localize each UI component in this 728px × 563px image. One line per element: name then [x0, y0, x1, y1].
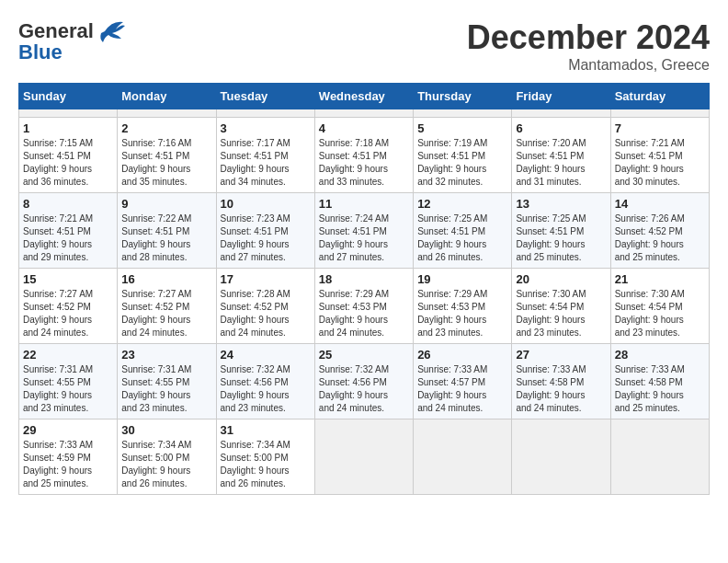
day-info: Sunrise: 7:29 AM Sunset: 4:53 PM Dayligh…	[417, 288, 507, 339]
day-info: Sunrise: 7:32 AM Sunset: 4:56 PM Dayligh…	[221, 363, 311, 415]
calendar-body: 1Sunrise: 7:15 AM Sunset: 4:51 PM Daylig…	[19, 109, 710, 495]
header-cell-monday: Monday	[118, 84, 216, 109]
day-number: 26	[417, 348, 507, 362]
day-number: 14	[615, 197, 705, 211]
day-info: Sunrise: 7:32 AM Sunset: 4:56 PM Dayligh…	[319, 363, 409, 415]
day-number: 31	[221, 423, 311, 437]
day-info: Sunrise: 7:23 AM Sunset: 4:51 PM Dayligh…	[221, 213, 311, 264]
calendar-cell	[118, 109, 216, 118]
day-number: 12	[417, 197, 507, 211]
day-info: Sunrise: 7:19 AM Sunset: 4:51 PM Dayligh…	[417, 137, 507, 189]
day-number: 13	[516, 197, 606, 211]
logo-bird-icon	[96, 18, 125, 44]
day-info: Sunrise: 7:34 AM Sunset: 5:00 PM Dayligh…	[221, 439, 311, 490]
calendar-cell: 10Sunrise: 7:23 AM Sunset: 4:51 PM Dayli…	[216, 193, 314, 269]
calendar-cell: 4Sunrise: 7:18 AM Sunset: 4:51 PM Daylig…	[314, 118, 413, 193]
calendar-title: December 2024	[467, 18, 710, 57]
day-number: 24	[221, 348, 311, 362]
calendar-cell: 19Sunrise: 7:29 AM Sunset: 4:53 PM Dayli…	[414, 269, 512, 344]
day-number: 28	[615, 348, 705, 362]
calendar-cell: 26Sunrise: 7:33 AM Sunset: 4:57 PM Dayli…	[414, 344, 512, 419]
day-info: Sunrise: 7:15 AM Sunset: 4:51 PM Dayligh…	[23, 137, 113, 189]
day-info: Sunrise: 7:17 AM Sunset: 4:51 PM Dayligh…	[221, 137, 311, 189]
calendar-cell: 31Sunrise: 7:34 AM Sunset: 5:00 PM Dayli…	[216, 419, 314, 495]
day-number: 19	[417, 272, 507, 286]
day-number: 23	[121, 348, 211, 362]
day-number: 21	[615, 272, 705, 286]
day-number: 3	[221, 121, 311, 135]
calendar-cell: 2Sunrise: 7:16 AM Sunset: 4:51 PM Daylig…	[118, 118, 216, 193]
day-info: Sunrise: 7:25 AM Sunset: 4:51 PM Dayligh…	[516, 213, 606, 264]
day-number: 10	[221, 197, 311, 211]
calendar-cell: 8Sunrise: 7:21 AM Sunset: 4:51 PM Daylig…	[19, 193, 118, 269]
day-info: Sunrise: 7:16 AM Sunset: 4:51 PM Dayligh…	[121, 137, 211, 189]
day-number: 2	[121, 121, 211, 135]
calendar-cell: 16Sunrise: 7:27 AM Sunset: 4:52 PM Dayli…	[118, 269, 216, 344]
calendar-cell	[414, 109, 512, 118]
day-info: Sunrise: 7:27 AM Sunset: 4:52 PM Dayligh…	[23, 288, 113, 339]
day-info: Sunrise: 7:31 AM Sunset: 4:55 PM Dayligh…	[121, 363, 211, 415]
calendar-cell	[610, 109, 709, 118]
day-info: Sunrise: 7:29 AM Sunset: 4:53 PM Dayligh…	[319, 288, 409, 339]
calendar-cell: 22Sunrise: 7:31 AM Sunset: 4:55 PM Dayli…	[19, 344, 118, 419]
header-cell-sunday: Sunday	[19, 84, 118, 109]
header-cell-wednesday: Wednesday	[314, 84, 413, 109]
calendar-week-row: 1Sunrise: 7:15 AM Sunset: 4:51 PM Daylig…	[19, 118, 710, 193]
day-info: Sunrise: 7:28 AM Sunset: 4:52 PM Dayligh…	[221, 288, 311, 339]
calendar-cell: 29Sunrise: 7:33 AM Sunset: 4:59 PM Dayli…	[19, 419, 118, 495]
day-number: 4	[319, 121, 409, 135]
header-cell-saturday: Saturday	[610, 84, 709, 109]
calendar-cell: 14Sunrise: 7:26 AM Sunset: 4:52 PM Dayli…	[610, 193, 709, 269]
calendar-cell	[512, 109, 610, 118]
day-info: Sunrise: 7:34 AM Sunset: 5:00 PM Dayligh…	[121, 439, 211, 490]
day-info: Sunrise: 7:18 AM Sunset: 4:51 PM Dayligh…	[319, 137, 409, 189]
calendar-week-row: 29Sunrise: 7:33 AM Sunset: 4:59 PM Dayli…	[19, 419, 710, 495]
day-info: Sunrise: 7:26 AM Sunset: 4:52 PM Dayligh…	[615, 213, 705, 264]
calendar-cell: 28Sunrise: 7:33 AM Sunset: 4:58 PM Dayli…	[610, 344, 709, 419]
header-cell-thursday: Thursday	[414, 84, 512, 109]
day-info: Sunrise: 7:27 AM Sunset: 4:52 PM Dayligh…	[121, 288, 211, 339]
calendar-cell: 24Sunrise: 7:32 AM Sunset: 4:56 PM Dayli…	[216, 344, 314, 419]
calendar-cell	[414, 419, 512, 495]
calendar-cell	[610, 419, 709, 495]
calendar-cell: 9Sunrise: 7:22 AM Sunset: 4:51 PM Daylig…	[118, 193, 216, 269]
calendar-table: SundayMondayTuesdayWednesdayThursdayFrid…	[18, 83, 710, 495]
day-info: Sunrise: 7:33 AM Sunset: 4:58 PM Dayligh…	[615, 363, 705, 415]
day-number: 20	[516, 272, 606, 286]
header-cell-tuesday: Tuesday	[216, 84, 314, 109]
calendar-cell: 18Sunrise: 7:29 AM Sunset: 4:53 PM Dayli…	[314, 269, 413, 344]
calendar-cell	[314, 109, 413, 118]
calendar-cell: 11Sunrise: 7:24 AM Sunset: 4:51 PM Dayli…	[314, 193, 413, 269]
day-info: Sunrise: 7:33 AM Sunset: 4:58 PM Dayligh…	[516, 363, 606, 415]
calendar-cell: 25Sunrise: 7:32 AM Sunset: 4:56 PM Dayli…	[314, 344, 413, 419]
calendar-cell: 1Sunrise: 7:15 AM Sunset: 4:51 PM Daylig…	[19, 118, 118, 193]
day-number: 17	[221, 272, 311, 286]
day-number: 5	[417, 121, 507, 135]
day-number: 9	[121, 197, 211, 211]
calendar-cell: 15Sunrise: 7:27 AM Sunset: 4:52 PM Dayli…	[19, 269, 118, 344]
day-info: Sunrise: 7:33 AM Sunset: 4:57 PM Dayligh…	[417, 363, 507, 415]
day-number: 25	[319, 348, 409, 362]
calendar-header-row: SundayMondayTuesdayWednesdayThursdayFrid…	[19, 84, 710, 109]
calendar-cell: 6Sunrise: 7:20 AM Sunset: 4:51 PM Daylig…	[512, 118, 610, 193]
day-number: 18	[319, 272, 409, 286]
calendar-cell: 20Sunrise: 7:30 AM Sunset: 4:54 PM Dayli…	[512, 269, 610, 344]
page-header: General Blue December 2024 Mantamados, G…	[18, 18, 710, 74]
calendar-cell	[512, 419, 610, 495]
day-number: 6	[516, 121, 606, 135]
day-info: Sunrise: 7:31 AM Sunset: 4:55 PM Dayligh…	[23, 363, 113, 415]
calendar-week-row: 8Sunrise: 7:21 AM Sunset: 4:51 PM Daylig…	[19, 193, 710, 269]
day-number: 30	[121, 423, 211, 437]
calendar-week-row: 22Sunrise: 7:31 AM Sunset: 4:55 PM Dayli…	[19, 344, 710, 419]
day-number: 1	[23, 121, 113, 135]
calendar-cell: 12Sunrise: 7:25 AM Sunset: 4:51 PM Dayli…	[414, 193, 512, 269]
title-block: December 2024 Mantamados, Greece	[467, 18, 710, 74]
calendar-cell	[19, 109, 118, 118]
calendar-cell: 21Sunrise: 7:30 AM Sunset: 4:54 PM Dayli…	[610, 269, 709, 344]
day-info: Sunrise: 7:24 AM Sunset: 4:51 PM Dayligh…	[319, 213, 409, 264]
day-number: 16	[121, 272, 211, 286]
day-number: 8	[23, 197, 113, 211]
calendar-week-row	[19, 109, 710, 118]
calendar-cell: 13Sunrise: 7:25 AM Sunset: 4:51 PM Dayli…	[512, 193, 610, 269]
day-info: Sunrise: 7:33 AM Sunset: 4:59 PM Dayligh…	[23, 439, 113, 490]
